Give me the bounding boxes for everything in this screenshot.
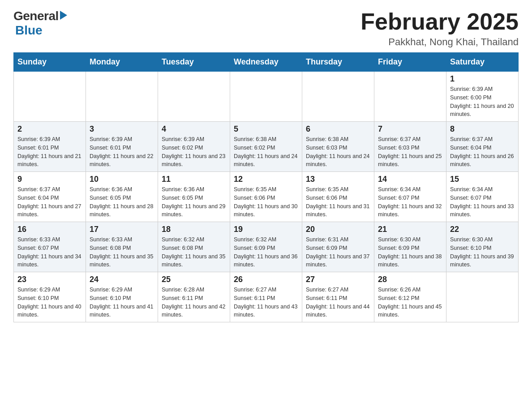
- day-number: 2: [17, 124, 82, 134]
- calendar-cell: 18Sunrise: 6:32 AMSunset: 6:08 PMDayligh…: [158, 222, 230, 272]
- day-info: Sunrise: 6:35 AMSunset: 6:06 PMDaylight:…: [234, 185, 298, 219]
- calendar-cell: 10Sunrise: 6:36 AMSunset: 6:05 PMDayligh…: [86, 172, 158, 222]
- day-info: Sunrise: 6:31 AMSunset: 6:09 PMDaylight:…: [306, 235, 370, 269]
- day-info: Sunrise: 6:35 AMSunset: 6:06 PMDaylight:…: [306, 185, 370, 219]
- calendar-cell: 15Sunrise: 6:34 AMSunset: 6:07 PMDayligh…: [446, 172, 519, 222]
- column-header-thursday: Thursday: [302, 53, 374, 72]
- day-info: Sunrise: 6:27 AMSunset: 6:11 PMDaylight:…: [306, 286, 370, 319]
- logo-arrow-icon: [60, 11, 67, 20]
- calendar-cell: 12Sunrise: 6:35 AMSunset: 6:06 PMDayligh…: [230, 172, 302, 222]
- day-number: 3: [90, 124, 154, 134]
- title-area: February 2025 Pakkhat, Nong Khai, Thaila…: [360, 9, 519, 48]
- calendar-cell: 2Sunrise: 6:39 AMSunset: 6:01 PMDaylight…: [14, 122, 86, 172]
- day-number: 27: [306, 275, 370, 284]
- day-number: 5: [234, 124, 298, 134]
- day-info: Sunrise: 6:28 AMSunset: 6:11 PMDaylight:…: [162, 286, 226, 319]
- day-number: 10: [90, 175, 154, 184]
- day-info: Sunrise: 6:39 AMSunset: 6:00 PMDaylight:…: [450, 85, 515, 119]
- calendar-cell: 27Sunrise: 6:27 AMSunset: 6:11 PMDayligh…: [302, 272, 374, 322]
- calendar-cell: 26Sunrise: 6:27 AMSunset: 6:11 PMDayligh…: [230, 272, 302, 322]
- calendar-cell: 22Sunrise: 6:30 AMSunset: 6:10 PMDayligh…: [446, 222, 519, 272]
- calendar-cell: 19Sunrise: 6:32 AMSunset: 6:09 PMDayligh…: [230, 222, 302, 272]
- day-info: Sunrise: 6:38 AMSunset: 6:03 PMDaylight:…: [306, 135, 370, 169]
- day-number: 26: [234, 275, 298, 284]
- day-number: 16: [17, 225, 82, 234]
- day-number: 12: [234, 175, 298, 184]
- day-number: 18: [162, 225, 226, 234]
- calendar-table: SundayMondayTuesdayWednesdayThursdayFrid…: [13, 52, 519, 322]
- logo-blue-text: Blue: [15, 23, 43, 37]
- calendar-header-row: SundayMondayTuesdayWednesdayThursdayFrid…: [14, 53, 519, 72]
- day-info: Sunrise: 6:29 AMSunset: 6:10 PMDaylight:…: [90, 286, 154, 319]
- day-info: Sunrise: 6:38 AMSunset: 6:02 PMDaylight:…: [234, 135, 298, 169]
- calendar-cell: 3Sunrise: 6:39 AMSunset: 6:01 PMDaylight…: [86, 122, 158, 172]
- day-number: 11: [162, 175, 226, 184]
- location: Pakkhat, Nong Khai, Thailand: [360, 36, 519, 48]
- calendar-cell: 14Sunrise: 6:34 AMSunset: 6:07 PMDayligh…: [374, 172, 446, 222]
- day-info: Sunrise: 6:29 AMSunset: 6:10 PMDaylight:…: [17, 286, 82, 319]
- day-info: Sunrise: 6:26 AMSunset: 6:12 PMDaylight:…: [378, 286, 442, 319]
- calendar-week-row: 16Sunrise: 6:33 AMSunset: 6:07 PMDayligh…: [14, 222, 519, 272]
- logo-general-text: General: [13, 9, 59, 23]
- day-info: Sunrise: 6:32 AMSunset: 6:08 PMDaylight:…: [162, 235, 226, 269]
- month-title: February 2025: [360, 9, 519, 34]
- calendar-cell: 1Sunrise: 6:39 AMSunset: 6:00 PMDaylight…: [446, 72, 519, 122]
- day-info: Sunrise: 6:39 AMSunset: 6:02 PMDaylight:…: [162, 135, 226, 169]
- day-info: Sunrise: 6:32 AMSunset: 6:09 PMDaylight:…: [234, 235, 298, 269]
- calendar-cell: 20Sunrise: 6:31 AMSunset: 6:09 PMDayligh…: [302, 222, 374, 272]
- day-number: 4: [162, 124, 226, 134]
- calendar-week-row: 23Sunrise: 6:29 AMSunset: 6:10 PMDayligh…: [14, 272, 519, 322]
- column-header-saturday: Saturday: [446, 53, 519, 72]
- calendar-cell: 25Sunrise: 6:28 AMSunset: 6:11 PMDayligh…: [158, 272, 230, 322]
- day-info: Sunrise: 6:37 AMSunset: 6:04 PMDaylight:…: [450, 135, 515, 169]
- calendar-cell: [14, 72, 86, 122]
- day-number: 20: [306, 225, 370, 234]
- calendar-week-row: 1Sunrise: 6:39 AMSunset: 6:00 PMDaylight…: [14, 72, 519, 122]
- calendar-cell: 8Sunrise: 6:37 AMSunset: 6:04 PMDaylight…: [446, 122, 519, 172]
- day-number: 21: [378, 225, 442, 234]
- column-header-monday: Monday: [86, 53, 158, 72]
- day-number: 6: [306, 124, 370, 134]
- column-header-wednesday: Wednesday: [230, 53, 302, 72]
- day-number: 23: [17, 275, 82, 284]
- calendar-cell: [230, 72, 302, 122]
- svg-marker-0: [60, 11, 67, 20]
- day-number: 22: [450, 225, 515, 234]
- day-number: 14: [378, 175, 442, 184]
- logo: General Blue: [13, 9, 67, 38]
- calendar-cell: 23Sunrise: 6:29 AMSunset: 6:10 PMDayligh…: [14, 272, 86, 322]
- day-info: Sunrise: 6:30 AMSunset: 6:10 PMDaylight:…: [450, 235, 515, 269]
- calendar-cell: 13Sunrise: 6:35 AMSunset: 6:06 PMDayligh…: [302, 172, 374, 222]
- day-number: 9: [17, 175, 82, 184]
- day-number: 8: [450, 124, 515, 134]
- page-header: General Blue February 2025 Pakkhat, Nong…: [13, 9, 519, 48]
- calendar-cell: 21Sunrise: 6:30 AMSunset: 6:09 PMDayligh…: [374, 222, 446, 272]
- day-number: 19: [234, 225, 298, 234]
- calendar-cell: 6Sunrise: 6:38 AMSunset: 6:03 PMDaylight…: [302, 122, 374, 172]
- calendar-cell: 24Sunrise: 6:29 AMSunset: 6:10 PMDayligh…: [86, 272, 158, 322]
- day-info: Sunrise: 6:36 AMSunset: 6:05 PMDaylight:…: [90, 185, 154, 219]
- day-info: Sunrise: 6:27 AMSunset: 6:11 PMDaylight:…: [234, 286, 298, 319]
- calendar-cell: 9Sunrise: 6:37 AMSunset: 6:04 PMDaylight…: [14, 172, 86, 222]
- day-info: Sunrise: 6:39 AMSunset: 6:01 PMDaylight:…: [17, 135, 82, 169]
- calendar-cell: 16Sunrise: 6:33 AMSunset: 6:07 PMDayligh…: [14, 222, 86, 272]
- calendar-week-row: 2Sunrise: 6:39 AMSunset: 6:01 PMDaylight…: [14, 122, 519, 172]
- column-header-sunday: Sunday: [14, 53, 86, 72]
- day-number: 13: [306, 175, 370, 184]
- day-info: Sunrise: 6:30 AMSunset: 6:09 PMDaylight:…: [378, 235, 442, 269]
- day-info: Sunrise: 6:37 AMSunset: 6:04 PMDaylight:…: [17, 185, 82, 219]
- day-info: Sunrise: 6:37 AMSunset: 6:03 PMDaylight:…: [378, 135, 442, 169]
- day-number: 24: [90, 275, 154, 284]
- day-number: 17: [90, 225, 154, 234]
- day-info: Sunrise: 6:36 AMSunset: 6:05 PMDaylight:…: [162, 185, 226, 219]
- calendar-cell: 17Sunrise: 6:33 AMSunset: 6:08 PMDayligh…: [86, 222, 158, 272]
- day-info: Sunrise: 6:39 AMSunset: 6:01 PMDaylight:…: [90, 135, 154, 169]
- day-number: 28: [378, 275, 442, 284]
- day-info: Sunrise: 6:34 AMSunset: 6:07 PMDaylight:…: [450, 185, 515, 219]
- column-header-tuesday: Tuesday: [158, 53, 230, 72]
- calendar-cell: [86, 72, 158, 122]
- column-header-friday: Friday: [374, 53, 446, 72]
- day-number: 7: [378, 124, 442, 134]
- calendar-cell: 28Sunrise: 6:26 AMSunset: 6:12 PMDayligh…: [374, 272, 446, 322]
- calendar-cell: 7Sunrise: 6:37 AMSunset: 6:03 PMDaylight…: [374, 122, 446, 172]
